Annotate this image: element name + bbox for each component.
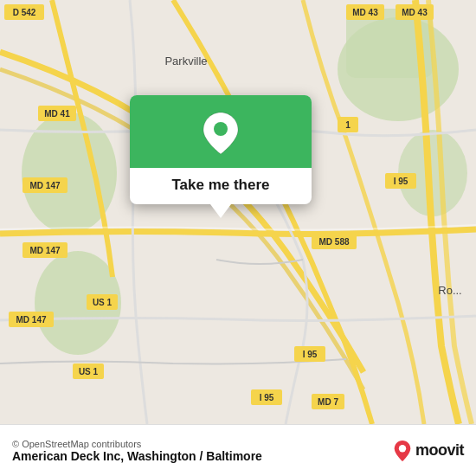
svg-text:Ro...: Ro... bbox=[438, 284, 461, 297]
svg-point-38 bbox=[214, 122, 228, 136]
svg-text:I 95: I 95 bbox=[260, 393, 274, 402]
svg-text:MD 147: MD 147 bbox=[29, 181, 60, 190]
svg-text:Parkville: Parkville bbox=[164, 55, 207, 68]
popup-card: Take me there bbox=[130, 95, 312, 204]
location-pin-icon bbox=[198, 111, 243, 156]
svg-text:US 1: US 1 bbox=[93, 298, 113, 307]
svg-text:I 95: I 95 bbox=[394, 177, 408, 186]
moovit-text: moovit bbox=[415, 441, 464, 460]
popup-green-area bbox=[130, 95, 312, 168]
svg-text:MD 41: MD 41 bbox=[44, 109, 70, 119]
moovit-pin-icon bbox=[393, 440, 412, 462]
svg-text:MD 43: MD 43 bbox=[352, 8, 378, 17]
bottom-bar: © OpenStreetMap contributors American De… bbox=[0, 424, 476, 476]
moovit-logo: moovit bbox=[393, 440, 464, 462]
map-background: D 542 MD 43 MD 43 MD 41 1 MD 147 MD 147 … bbox=[0, 0, 476, 424]
svg-point-39 bbox=[399, 445, 406, 452]
svg-text:MD 43: MD 43 bbox=[402, 8, 428, 17]
svg-text:MD 147: MD 147 bbox=[29, 246, 60, 255]
location-info: © OpenStreetMap contributors American De… bbox=[12, 439, 262, 463]
svg-text:D 542: D 542 bbox=[13, 8, 36, 17]
take-me-there-button[interactable]: Take me there bbox=[130, 168, 312, 204]
map-container: D 542 MD 43 MD 43 MD 41 1 MD 147 MD 147 … bbox=[0, 0, 476, 424]
business-name: American Deck Inc, Washington / Baltimor… bbox=[12, 449, 262, 463]
svg-text:I 95: I 95 bbox=[303, 350, 318, 359]
svg-text:1: 1 bbox=[345, 120, 351, 130]
svg-text:MD 147: MD 147 bbox=[16, 315, 46, 325]
svg-text:US 1: US 1 bbox=[79, 367, 99, 376]
copyright-text: © OpenStreetMap contributors bbox=[12, 439, 262, 449]
popup-pointer bbox=[210, 204, 231, 218]
svg-text:MD 588: MD 588 bbox=[318, 237, 349, 247]
svg-text:MD 7: MD 7 bbox=[318, 397, 338, 407]
